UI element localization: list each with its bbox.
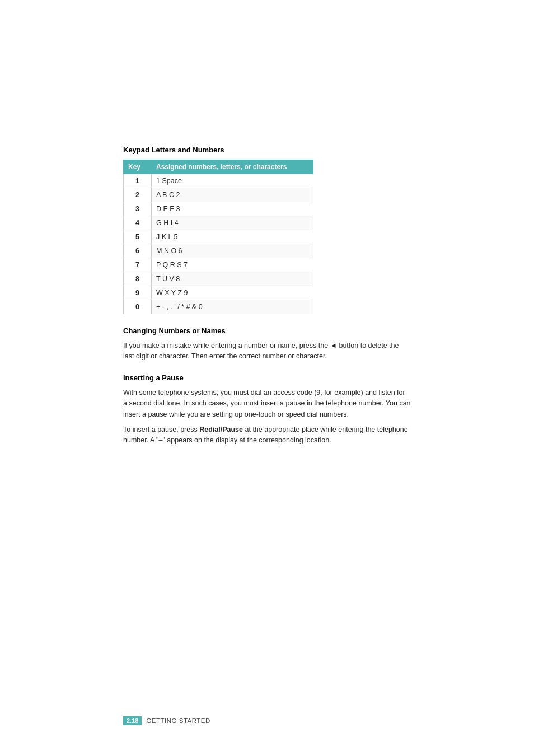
table-header-assigned: Assigned numbers, letters, or characters bbox=[152, 160, 313, 174]
assigned-cell: A B C 2 bbox=[152, 188, 313, 202]
assigned-cell: T U V 8 bbox=[152, 272, 313, 286]
page-footer: 2.18 Getting Started bbox=[123, 716, 210, 725]
table-row: 8T U V 8 bbox=[124, 272, 313, 286]
table-row: 3D E F 3 bbox=[124, 202, 313, 216]
key-cell: 4 bbox=[124, 216, 152, 230]
inserting-pause-title: Inserting a Pause bbox=[123, 374, 411, 382]
key-cell: 7 bbox=[124, 258, 152, 272]
keypad-section: Keypad Letters and Numbers Key Assigned … bbox=[123, 146, 411, 314]
key-cell: 0 bbox=[124, 300, 152, 314]
table-row: 9W X Y Z 9 bbox=[124, 286, 313, 300]
keypad-title: Keypad Letters and Numbers bbox=[123, 146, 411, 154]
table-header-key: Key bbox=[124, 160, 152, 174]
changing-numbers-text: If you make a mistake while entering a n… bbox=[123, 340, 411, 362]
table-row: 6M N O 6 bbox=[124, 244, 313, 258]
inserting-pause-paragraph1: With some telephone systems, you must di… bbox=[123, 388, 411, 420]
key-cell: 6 bbox=[124, 244, 152, 258]
key-cell: 8 bbox=[124, 272, 152, 286]
paragraph2-bold: Redial/Pause bbox=[199, 426, 243, 433]
assigned-cell: P Q R S 7 bbox=[152, 258, 313, 272]
changing-numbers-section: Changing Numbers or Names If you make a … bbox=[123, 326, 411, 362]
changing-numbers-title: Changing Numbers or Names bbox=[123, 326, 411, 335]
keypad-table: Key Assigned numbers, letters, or charac… bbox=[123, 160, 313, 314]
paragraph2-prefix: To insert a pause, press bbox=[123, 426, 199, 433]
table-row: 5J K L 5 bbox=[124, 230, 313, 244]
assigned-cell: W X Y Z 9 bbox=[152, 286, 313, 300]
page-container: Keypad Letters and Numbers Key Assigned … bbox=[0, 0, 534, 756]
key-cell: 3 bbox=[124, 202, 152, 216]
key-cell: 2 bbox=[124, 188, 152, 202]
page-number-badge: 2.18 bbox=[123, 716, 142, 725]
table-row: 2A B C 2 bbox=[124, 188, 313, 202]
table-row: 11 Space bbox=[124, 174, 313, 188]
key-cell: 9 bbox=[124, 286, 152, 300]
table-row: 4G H I 4 bbox=[124, 216, 313, 230]
assigned-cell: G H I 4 bbox=[152, 216, 313, 230]
inserting-pause-paragraph2: To insert a pause, press Redial/Pause at… bbox=[123, 424, 411, 446]
footer-section-label: Getting Started bbox=[146, 717, 210, 724]
assigned-cell: D E F 3 bbox=[152, 202, 313, 216]
table-row: 7P Q R S 7 bbox=[124, 258, 313, 272]
key-cell: 1 bbox=[124, 174, 152, 188]
inserting-pause-section: Inserting a Pause With some telephone sy… bbox=[123, 374, 411, 446]
assigned-cell: + - , . ' / * # & 0 bbox=[152, 300, 313, 314]
table-row: 0+ - , . ' / * # & 0 bbox=[124, 300, 313, 314]
assigned-cell: 1 Space bbox=[152, 174, 313, 188]
assigned-cell: M N O 6 bbox=[152, 244, 313, 258]
key-cell: 5 bbox=[124, 230, 152, 244]
assigned-cell: J K L 5 bbox=[152, 230, 313, 244]
